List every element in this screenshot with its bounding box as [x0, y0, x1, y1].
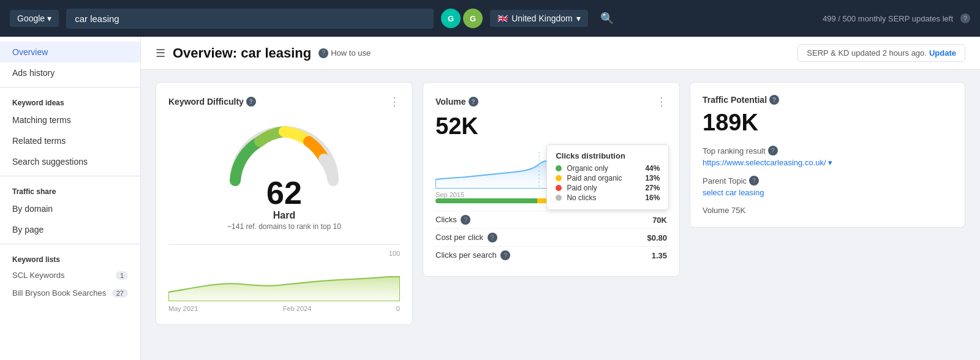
country-dropdown[interactable]: 🇬🇧 United Kingdom ▾ — [490, 10, 588, 27]
content-area: ☰ Overview: car leasing ? How to use SER… — [141, 37, 980, 360]
cps-help-icon[interactable]: ? — [500, 250, 510, 260]
metric-val-cps: 1.35 — [619, 247, 667, 264]
tooltip-title: Clicks distribution — [556, 151, 660, 160]
tp-card-header: Traffic Potential ? — [703, 95, 952, 105]
tooltip-paid-organic-val: 13% — [645, 174, 660, 182]
clicks-help-icon[interactable]: ? — [461, 215, 470, 225]
kd-chart-dates: May 2021 Feb 2024 0 — [168, 305, 400, 312]
metric-label-cpc: Cost per click ? — [435, 229, 619, 247]
search-button[interactable]: 🔍 — [595, 9, 619, 28]
how-to-use-icon: ? — [318, 48, 328, 58]
tp-parent-topic-label: Parent Topic ? — [703, 176, 952, 186]
chevron-down-icon: ▾ — [828, 158, 832, 167]
tp-card: Traffic Potential ? 189K Top ranking res… — [690, 82, 965, 228]
tooltip-organic-label: Organic only — [567, 164, 640, 173]
sidebar-item-by-page[interactable]: By page — [0, 219, 140, 240]
sidebar: Overview Ads history Keyword ideas Match… — [0, 37, 141, 360]
search-input[interactable] — [66, 9, 434, 29]
tooltip-no-clicks-label: No clicks — [567, 193, 640, 202]
logo-wrap: G G — [441, 9, 483, 28]
metric-row-clicks: Clicks ? 70K — [435, 211, 667, 229]
kd-card-title: Keyword Difficulty ? — [168, 97, 256, 107]
country-name: United Kingdom — [511, 13, 573, 23]
country-flag: 🇬🇧 — [497, 13, 508, 23]
kd-sub: ~141 ref. domains to rank in top 10 — [227, 222, 341, 231]
update-button[interactable]: Update — [929, 48, 956, 58]
main-layout: Overview Ads history Keyword ideas Match… — [0, 37, 980, 360]
kd-help-icon[interactable]: ? — [246, 97, 256, 107]
kd-area-chart — [168, 258, 400, 301]
tp-top-ranking-label: Top ranking result ? — [703, 146, 952, 156]
sidebar-item-search-suggestions[interactable]: Search suggestions — [0, 151, 140, 172]
sidebar-list-item-scl[interactable]: SCL Keywords 1 — [0, 266, 140, 284]
kd-card: Keyword Difficulty ? ⋮ — [156, 82, 413, 325]
how-to-use-label: How to use — [331, 48, 371, 58]
sidebar-item-ads-history[interactable]: Ads history — [0, 62, 140, 83]
kd-card-header: Keyword Difficulty ? ⋮ — [168, 95, 400, 108]
kd-value: 62 — [266, 177, 302, 209]
kd-menu-button[interactable]: ⋮ — [389, 95, 400, 108]
kd-label: Hard — [273, 210, 295, 221]
search-input-wrap — [66, 9, 434, 29]
logo-icon-2: G — [463, 9, 483, 28]
kd-date-end: Feb 2024 — [283, 305, 311, 312]
chevron-down-icon: ▾ — [47, 13, 51, 23]
how-to-use-button[interactable]: ? How to use — [318, 48, 371, 58]
sidebar-section-keyword-ideas: Keyword ideas — [0, 91, 140, 110]
metric-label-cps: Clicks per search ? — [435, 247, 619, 264]
metric-label-clicks: Clicks ? — [435, 211, 619, 229]
hamburger-button[interactable]: ☰ — [156, 47, 165, 60]
tooltip-paid-val: 27% — [645, 184, 660, 192]
no-clicks-dot — [556, 195, 562, 201]
sidebar-item-matching-terms[interactable]: Matching terms — [0, 110, 140, 130]
volume-menu-button[interactable]: ⋮ — [656, 95, 667, 108]
metric-row-cps: Clicks per search ? 1.35 — [435, 247, 667, 264]
top-ranking-url-link[interactable]: https://www.selectcarleasing.co.uk/ ▾ — [703, 158, 952, 167]
parent-topic-volume: Volume 75K — [703, 206, 952, 215]
kd-chart-top-label: 100 — [168, 250, 400, 257]
cpc-help-icon[interactable]: ? — [488, 233, 497, 242]
metric-val-cpc: $0.80 — [619, 229, 667, 247]
tooltip-paid-label: Paid only — [567, 184, 640, 192]
volume-chart-wrap: 112K Sep 2015 — [435, 144, 667, 193]
top-nav: Google ▾ G G 🇬🇧 United Kingdom ▾ 🔍 499 /… — [0, 0, 980, 37]
sidebar-list-item-bryson[interactable]: Bill Bryson Book Searches 27 — [0, 284, 140, 302]
organic-dot — [556, 165, 562, 171]
tooltip-paid-organic-label: Paid and organic — [567, 174, 640, 182]
top-ranking-help-icon[interactable]: ? — [768, 146, 778, 156]
serp-counter: 499 / 500 monthly SERP updates left — [823, 14, 953, 23]
sidebar-item-related-terms[interactable]: Related terms — [0, 130, 140, 151]
parent-topic-help-icon[interactable]: ? — [749, 176, 759, 186]
serp-help-icon[interactable]: ? — [960, 13, 970, 23]
color-bar-organic — [435, 198, 537, 203]
sidebar-item-overview[interactable]: Overview — [0, 42, 140, 62]
content-header: ☰ Overview: car leasing ? How to use SER… — [141, 37, 980, 70]
google-dropdown[interactable]: Google ▾ — [10, 10, 59, 27]
tp-help-icon[interactable]: ? — [769, 95, 779, 105]
kd-date-start: May 2021 — [168, 305, 198, 312]
tooltip-row-paid: Paid only 27% — [556, 184, 660, 192]
logo-icon-1: G — [441, 9, 461, 28]
parent-topic-link[interactable]: select car leasing — [703, 188, 952, 197]
tooltip-row-no-clicks: No clicks 16% — [556, 193, 660, 202]
metric-val-clicks: 70K — [619, 211, 667, 229]
tooltip-no-clicks-val: 16% — [645, 193, 660, 202]
sidebar-list-label: SCL Keywords — [12, 271, 65, 280]
sidebar-badge-bryson: 27 — [112, 289, 128, 298]
kd-chart-bottom-label: 0 — [396, 305, 400, 312]
volume-help-icon[interactable]: ? — [469, 97, 478, 107]
sidebar-item-by-domain[interactable]: By domain — [0, 198, 140, 219]
volume-card-title: Volume ? — [435, 97, 478, 107]
cards-row: Keyword Difficulty ? ⋮ — [141, 70, 980, 337]
vol-date-start: Sep 2015 — [435, 191, 464, 198]
google-label: Google — [17, 13, 45, 23]
tooltip-row-organic: Organic only 44% — [556, 164, 660, 173]
volume-card-header: Volume ? ⋮ — [435, 95, 667, 108]
paid-organic-dot — [556, 175, 562, 181]
clicks-distribution-tooltip: Clicks distribution Organic only 44% Pai… — [546, 144, 669, 210]
chevron-down-icon: ▾ — [576, 13, 581, 23]
sidebar-badge-scl: 1 — [116, 271, 128, 280]
sidebar-section-traffic-share: Traffic share — [0, 180, 140, 198]
serp-status-text: SERP & KD updated 2 hours ago. — [807, 48, 927, 58]
metric-row-cpc: Cost per click ? $0.80 — [435, 229, 667, 247]
